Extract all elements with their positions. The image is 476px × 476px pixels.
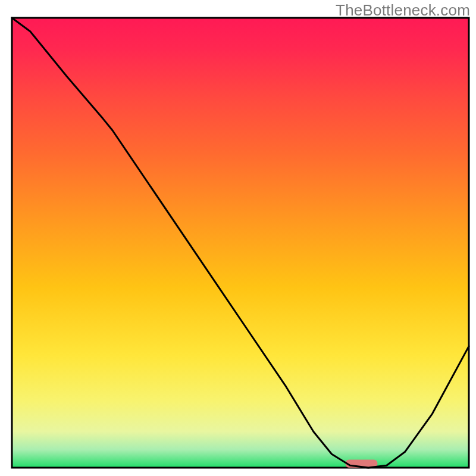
plot-background	[12, 18, 469, 468]
chart-stage: TheBottleneck.com	[0, 0, 476, 476]
bottleneck-chart	[0, 0, 476, 476]
